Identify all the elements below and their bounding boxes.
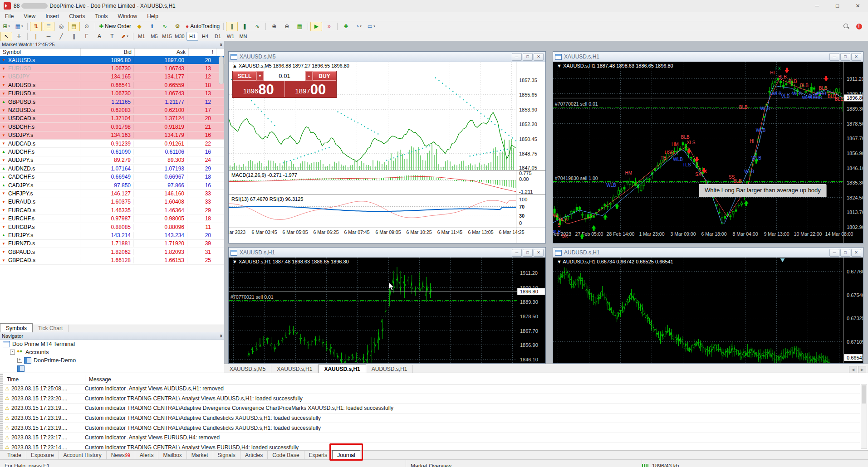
close-button[interactable]: ✕ xyxy=(848,0,868,12)
zoom-in-button[interactable]: ⊕ xyxy=(268,22,280,31)
auto-scroll-button[interactable]: ▶ xyxy=(310,22,322,31)
volume-increase-button[interactable]: ▲ xyxy=(305,71,313,81)
terminal-tab-alerts[interactable]: Alerts xyxy=(135,451,159,460)
terminal-tab-account-history[interactable]: Account History xyxy=(59,451,107,460)
navigator-item-doo-prime-mt4-terminal[interactable]: Doo Prime MT4 Terminal xyxy=(0,340,224,348)
market-watch-row[interactable]: ▲EURJPY.s143.214143.23420 xyxy=(0,231,224,239)
crosshair-button[interactable]: ✛ xyxy=(13,32,25,41)
market-watch-row[interactable]: ▲AUDNZD.s1.071641.0719329 xyxy=(0,165,224,173)
market-watch-row[interactable]: ▼EURCHF.s0.979870.9800518 xyxy=(0,214,224,223)
periods-button[interactable]: ◔▾ xyxy=(353,22,364,31)
market-watch-row[interactable]: ▼GBPCAD.s1.661281.6615325 xyxy=(0,256,224,264)
window-tab-xauusd-s-h1[interactable]: XAUUSD.s,H1 xyxy=(271,365,318,373)
volume-decrease-button[interactable]: ▼ xyxy=(256,71,264,81)
market-watch-close-icon[interactable]: x xyxy=(220,42,222,47)
navigator-item-dooprime-demo[interactable]: +DooPrime-Demo xyxy=(0,356,224,365)
publisher-button[interactable]: ⬆ xyxy=(146,22,158,31)
chart-client-area[interactable]: 0.677600.675400.673250.671050.66541▼ AUD… xyxy=(553,258,863,363)
buy-button[interactable]: BUY xyxy=(313,71,336,81)
minimize-button[interactable]: ─ xyxy=(807,0,827,12)
terminal-tab-trade[interactable]: Trade xyxy=(3,451,26,460)
market-watch-row[interactable]: ▼NZDUSD.s0.620830.6210017 xyxy=(0,106,224,114)
timeframe-h1-button[interactable]: H1 xyxy=(186,32,198,41)
menu-item-view[interactable]: View xyxy=(19,13,40,19)
terminal-tab-market[interactable]: Market xyxy=(187,451,213,460)
chart-minimize-button[interactable]: ─ xyxy=(829,249,839,257)
autotrading-button[interactable]: ●AutoTrading xyxy=(184,22,221,31)
options-button[interactable]: ⚙ xyxy=(172,22,183,31)
tile-windows-button[interactable]: ▦ xyxy=(294,22,305,31)
market-watch-row[interactable]: ▼EURUSD1.067301.0674313 xyxy=(0,64,224,73)
market-watch-row[interactable]: ▼XAUUSD.s1896.801897.0020 xyxy=(0,56,224,64)
navigator-button[interactable]: ◎ xyxy=(55,22,67,31)
market-watch-tab-symbols[interactable]: Symbols xyxy=(0,323,33,332)
navigator-item[interactable] xyxy=(0,365,224,373)
chart-minimize-button[interactable]: ─ xyxy=(512,249,522,257)
market-watch-row[interactable]: ▼USDCHF.s0.917980.9181921 xyxy=(0,123,224,131)
chart-restore-button[interactable]: □ xyxy=(840,249,850,257)
navigator-close-icon[interactable]: x xyxy=(220,333,222,338)
chart-bars-canvas[interactable]: 1911.201900.101889.301878.501867.701856.… xyxy=(229,258,545,363)
arrows-button[interactable]: ⬈▾ xyxy=(119,32,131,41)
chart-client-area[interactable]: 6 Mar 20236 Mar 03:456 Mar 05:056 Mar 06… xyxy=(229,62,545,243)
chart-close-button[interactable]: ✕ xyxy=(534,53,544,61)
strategy-tester-button[interactable]: ⊙ xyxy=(81,22,93,31)
market-watch-row[interactable]: ▲CADCHF.s0.669490.6696718 xyxy=(0,173,224,181)
trendline-button[interactable]: ╱ xyxy=(55,32,67,41)
search-button[interactable] xyxy=(840,22,852,31)
market-watch-row[interactable]: ▼EURUSD.s1.067301.0674313 xyxy=(0,90,224,98)
profiles-button[interactable]: ▦▾ xyxy=(13,22,25,31)
timeframe-mn-button[interactable]: MN xyxy=(237,32,249,41)
chart-restore-button[interactable]: □ xyxy=(840,53,850,61)
terminal-tab-experts[interactable]: Experts xyxy=(304,451,333,460)
terminal-tab-code-base[interactable]: Code Base xyxy=(268,451,304,460)
terminal-tab-journal[interactable]: Journal xyxy=(332,450,360,460)
market-watch-row[interactable]: ▼AUDCAD.s0.912390.9126122 xyxy=(0,140,224,148)
cursor-button[interactable]: ↖ xyxy=(0,32,12,41)
chart-shift-button[interactable]: » xyxy=(323,22,335,31)
zoom-out-button[interactable]: ⊖ xyxy=(281,22,293,31)
chart-window-titlebar[interactable]: XAUUSD.s,H1─□✕ xyxy=(229,248,545,258)
market-watch-tab-tick-chart[interactable]: Tick Chart xyxy=(33,325,69,332)
notifications-button[interactable]: ! xyxy=(853,22,865,31)
market-watch-row[interactable]: ▼EURAUD.s1.603751.6040833 xyxy=(0,198,224,206)
timeframe-d1-button[interactable]: D1 xyxy=(212,32,224,41)
chart-restore-button[interactable]: □ xyxy=(523,249,533,257)
market-watch-row[interactable]: ▼USDJPY.s134.163134.17916 xyxy=(0,131,224,140)
chart-window-titlebar[interactable]: AUDUSD.s,H1─□✕ xyxy=(553,248,863,258)
new-order-button[interactable]: ✚New Order xyxy=(98,22,132,31)
market-watch-row[interactable]: ▲GBPUSD.s1.211651.2117712 xyxy=(0,98,224,106)
chart-client-area[interactable]: 23 Feb 202327 Feb 05:0028 Feb 14:001 Mar… xyxy=(553,62,863,243)
bar-chart-button[interactable]: ∥ xyxy=(226,22,238,31)
market-watch-row[interactable]: ▼EURNZD.s1.718811.7192039 xyxy=(0,240,224,248)
terminal-tab-exposure[interactable]: Exposure xyxy=(26,451,59,460)
menu-item-charts[interactable]: Charts xyxy=(64,13,90,19)
market-watch-row[interactable]: ▼AUDJPY.s89.27989.30324 xyxy=(0,156,224,165)
menu-item-insert[interactable]: Insert xyxy=(40,13,64,19)
market-watch-row[interactable]: ▼EURCAD.s1.463351.4636429 xyxy=(0,206,224,214)
chart-close-button[interactable]: ✕ xyxy=(851,249,861,257)
market-watch-row[interactable]: ▼CHFJPY.s146.127146.16033 xyxy=(0,190,224,198)
timeframe-m5-button[interactable]: M5 xyxy=(148,32,160,41)
menu-item-help[interactable]: Help xyxy=(142,13,163,19)
line-chart-button[interactable]: ∿ xyxy=(251,22,263,31)
navigator-item-accounts[interactable]: -Accounts xyxy=(0,348,224,356)
market-watch-row[interactable]: ▼AUDUSD.s0.665410.6655918 xyxy=(0,81,224,89)
window-tab-xauusd-s-m5[interactable]: XAUUSD.s,M5 xyxy=(224,365,271,373)
chart-minimize-button[interactable]: ─ xyxy=(829,53,839,61)
expand-icon[interactable]: + xyxy=(17,358,22,363)
menu-item-file[interactable]: File xyxy=(0,13,19,19)
fibonacci-button[interactable]: F xyxy=(81,32,93,41)
chart-window-titlebar[interactable]: XAUUSD.s,H1─□✕ xyxy=(553,52,863,62)
equidistant-channel-button[interactable]: ∥ xyxy=(68,32,80,41)
terminal-tab-articles[interactable]: Articles xyxy=(240,451,268,460)
timeframe-m30-button[interactable]: M30 xyxy=(174,32,186,41)
chart-client-area[interactable]: 1911.201900.101889.301878.501867.701856.… xyxy=(229,258,545,363)
text-button[interactable]: A xyxy=(93,32,105,41)
terminal-tab-news[interactable]: News99 xyxy=(107,451,135,460)
timeframe-m15-button[interactable]: M15 xyxy=(161,32,173,41)
chart-restore-button[interactable]: □ xyxy=(523,53,533,61)
timeframe-w1-button[interactable]: W1 xyxy=(225,32,236,41)
candlestick-chart-button[interactable]: ❚ xyxy=(239,22,250,31)
horizontal-line-button[interactable]: ─ xyxy=(43,32,54,41)
